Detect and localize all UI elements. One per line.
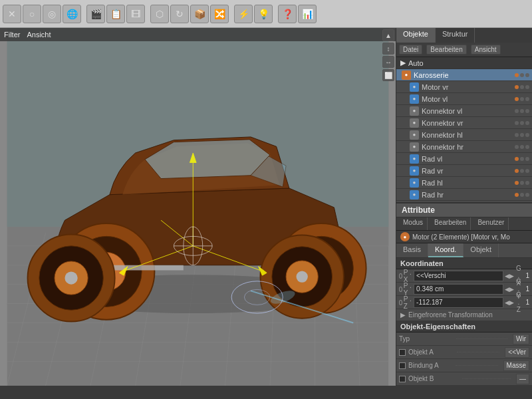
coord-input[interactable]	[414, 284, 503, 295]
tree-item-dots	[515, 169, 529, 173]
tree-item-dot	[525, 97, 529, 101]
coord-radio[interactable]	[399, 287, 402, 292]
tree-item-dot	[520, 97, 524, 101]
property-value-button[interactable]: Wir	[513, 334, 529, 344]
tree-item[interactable]: ●Konnektor vr	[396, 117, 532, 129]
coord-label: P . Y	[404, 282, 412, 297]
tree-item-dot	[520, 181, 524, 185]
x-tool-button[interactable]: ✕	[3, 5, 21, 23]
tree-item-name: Karosserie	[414, 71, 515, 79]
viewport-scene	[0, 28, 396, 386]
tree-item[interactable]: ●Rad vl	[396, 153, 532, 165]
datei-menu[interactable]: Datei	[399, 45, 422, 55]
anim-button[interactable]: 🎞	[126, 5, 145, 23]
property-dots	[456, 365, 497, 366]
property-checkbox[interactable]	[399, 349, 406, 356]
attr-header: Attribute	[396, 203, 532, 217]
tree-item[interactable]: ●Rad hr	[396, 189, 532, 201]
tree-item-dots	[515, 157, 529, 161]
coord-g-value: 1	[523, 285, 529, 293]
eingefrorene-row[interactable]: ▶ Eingefrorene Transformation	[396, 309, 532, 321]
coord-arrow[interactable]: ◀▶	[505, 299, 514, 306]
tree-item[interactable]: ●Rad vr	[396, 165, 532, 177]
tree-item-dot	[525, 109, 529, 113]
tree-item-name: Rad hr	[422, 191, 515, 199]
tab-struktur[interactable]: Struktur	[436, 28, 475, 43]
filter-menu[interactable]: Filter	[4, 31, 20, 39]
tree-header-label: Auto	[408, 59, 424, 67]
viewport-3d[interactable]: Filter Ansicht ▲ ↕ ↔ ⬜	[0, 28, 396, 386]
tree-item-dot	[520, 85, 524, 89]
rotate-button[interactable]: ↻	[170, 5, 189, 23]
property-row: Objekt A<<Ver	[396, 346, 532, 359]
stats-button[interactable]: 📊	[298, 5, 317, 23]
camera-button[interactable]: 💡	[254, 5, 273, 23]
render-button[interactable]: 🎬	[86, 5, 105, 23]
tree-item-dot	[515, 97, 519, 101]
world-tool-button[interactable]: 🌐	[63, 5, 81, 23]
tree-item-dot	[525, 193, 529, 197]
attr-sub-tab-basis[interactable]: Basis	[396, 243, 428, 257]
property-value-button[interactable]: <<Ver	[505, 347, 529, 358]
property-value-button[interactable]: Masse	[503, 360, 529, 371]
tree-item-dot	[515, 121, 519, 125]
coord-arrow[interactable]: ◀▶	[505, 273, 514, 279]
coord-radio[interactable]	[399, 273, 402, 279]
z-tool-button[interactable]: ◎	[43, 5, 61, 23]
viewport-icon-updown[interactable]: ↕	[382, 43, 394, 55]
property-row: Objekt B—	[396, 372, 532, 386]
attr-sub-tab-koord[interactable]: Koord.	[428, 243, 464, 257]
tab-objekte[interactable]: Objekte	[396, 28, 436, 43]
attr-tab-benutzer[interactable]: Benutzer	[473, 217, 509, 230]
coord-input[interactable]	[414, 297, 503, 308]
light-button[interactable]: ⚡	[234, 5, 253, 23]
tree-item-dot	[515, 73, 519, 77]
tree-item-dot	[515, 181, 519, 185]
tree-header: ▶ Auto	[396, 57, 532, 69]
viewport-icon-leftright[interactable]: ↔	[382, 56, 394, 68]
move-button[interactable]: ⬡	[150, 5, 169, 23]
property-checkbox[interactable]	[399, 362, 406, 369]
tree-item-name: Rad hl	[422, 179, 515, 187]
ansicht-menu[interactable]: Ansicht	[471, 45, 501, 55]
tree-item-dots	[515, 97, 529, 101]
coord-radio[interactable]	[399, 300, 402, 305]
attr-sub-tab-objekt[interactable]: Objekt	[464, 243, 499, 257]
tree-item-name: Motor vl	[422, 95, 515, 103]
help-button[interactable]: ❓	[278, 5, 297, 23]
tree-item[interactable]: ●Motor vr	[396, 81, 532, 93]
tree-item[interactable]: ●Konnektor hl	[396, 129, 532, 141]
tree-item-dot	[515, 145, 519, 149]
ansicht-menu[interactable]: Ansicht	[27, 31, 51, 39]
y-tool-button[interactable]: ○	[23, 5, 41, 23]
tree-item-dot	[525, 133, 529, 137]
panel-toolbar: Datei Bearbeiten Ansicht	[396, 43, 532, 57]
scale-button[interactable]: 📦	[190, 5, 209, 23]
tree-item-icon: ●	[410, 118, 419, 128]
tree-item-dot	[525, 157, 529, 161]
eingefrorene-label: Eingefrorene Transformation	[408, 311, 493, 319]
tree-item-dot	[515, 133, 519, 137]
deform-button[interactable]: 🔀	[210, 5, 229, 23]
tree-item[interactable]: ●Karosserie	[396, 69, 532, 81]
viewport-icon-frame[interactable]: ⬜	[382, 69, 394, 81]
attr-object-icon: ●	[400, 232, 410, 241]
bearbeiten-menu[interactable]: Bearbeiten	[426, 45, 466, 55]
coord-arrow[interactable]: ◀▶	[505, 286, 514, 293]
attr-tab-modus[interactable]: Modus	[399, 217, 428, 230]
tree-item-dot	[520, 73, 524, 77]
tree-item-icon: ●	[410, 130, 419, 140]
attr-tab-bearbeiten[interactable]: Bearbeiten	[430, 217, 471, 230]
viewport-icon-up[interactable]: ▲	[382, 29, 394, 41]
tree-item[interactable]: ●Konnektor vl	[396, 105, 532, 117]
render2-button[interactable]: 📋	[106, 5, 125, 23]
property-value-button[interactable]: —	[516, 374, 529, 384]
svg-point-36	[296, 271, 307, 282]
tree-item[interactable]: ●Rad hl	[396, 177, 532, 189]
tree-item-dot	[525, 121, 529, 125]
tree-item[interactable]: ●Konnektor hr	[396, 141, 532, 153]
tree-item[interactable]: ●Motor vl	[396, 93, 532, 105]
property-checkbox[interactable]	[399, 376, 406, 382]
coord-input[interactable]	[414, 271, 503, 281]
viewport-menubar: Filter Ansicht	[0, 28, 396, 41]
